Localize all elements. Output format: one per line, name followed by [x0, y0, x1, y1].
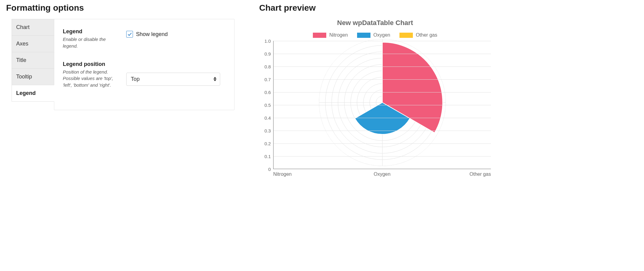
y-tick: 0.7 [264, 77, 271, 82]
legend-enable-row: Legend Enable or disable the legend. Sho… [63, 28, 226, 49]
legend-label: Other gas [416, 32, 437, 38]
tab-legend[interactable]: Legend [12, 85, 54, 102]
show-legend-label: Show legend [136, 31, 168, 38]
legend-label: Oxygen [374, 32, 390, 38]
y-tick: 0.1 [264, 154, 271, 159]
gridline [274, 41, 491, 41]
show-legend-checkbox[interactable]: Show legend [126, 31, 226, 38]
preview-heading: Chart preview [259, 3, 491, 13]
gridline [274, 131, 491, 131]
legend-enable-help: Enable or disable the legend. [63, 36, 118, 49]
checkbox-icon [126, 31, 133, 38]
legend-panel: Legend Enable or disable the legend. Sho… [54, 19, 234, 110]
formatting-heading: Formatting options [6, 3, 235, 13]
y-tick: 0.8 [264, 64, 271, 69]
gridline [274, 54, 491, 54]
options-container: Chart Axes Title Tooltip Legend Legend E… [12, 19, 235, 110]
y-tick: 0 [268, 167, 271, 172]
tab-axes[interactable]: Axes [12, 35, 54, 52]
swatch-icon [313, 33, 326, 38]
y-tick: 0.5 [264, 103, 271, 107]
legend-item-oxygen[interactable]: Oxygen [357, 32, 390, 38]
x-axis-labels: Nitrogen Oxygen Other gas [273, 169, 491, 177]
swatch-icon [399, 33, 413, 38]
legend-enable-label: Legend [63, 28, 118, 35]
y-tick: 0.6 [264, 90, 271, 95]
legend-position-value: Top [126, 73, 220, 86]
y-tick: 0.2 [264, 141, 271, 146]
y-axis: 1.00.90.80.70.60.50.40.30.20.10 [259, 41, 273, 169]
y-tick: 0.9 [264, 52, 271, 56]
gridline [274, 143, 491, 144]
tab-tooltip[interactable]: Tooltip [12, 68, 54, 85]
legend-position-help: Position of the legend. Possible values … [63, 69, 118, 89]
swatch-icon [357, 33, 370, 38]
polar-chart [319, 39, 446, 166]
chart-legend: Nitrogen Oxygen Other gas [259, 32, 491, 38]
gridline [274, 92, 491, 92]
legend-position-row: Legend position Position of the legend. … [63, 61, 226, 89]
chart-title: New wpDataTable Chart [259, 19, 491, 27]
gridline [274, 118, 491, 118]
options-tabs: Chart Axes Title Tooltip Legend [12, 19, 54, 110]
chart-preview: New wpDataTable Chart Nitrogen Oxygen Ot… [259, 19, 491, 177]
select-caret-icon [213, 77, 216, 81]
legend-item-nitrogen[interactable]: Nitrogen [313, 32, 348, 38]
legend-position-select[interactable]: Top [126, 73, 220, 86]
y-tick: 0.3 [264, 128, 271, 133]
tab-chart[interactable]: Chart [12, 19, 54, 36]
legend-label: Nitrogen [329, 32, 348, 38]
legend-position-label: Legend position [63, 61, 118, 67]
x-label-other-gas: Other gas [470, 172, 491, 177]
tab-title[interactable]: Title [12, 52, 54, 69]
gridline [274, 105, 491, 105]
x-label-oxygen: Oxygen [374, 172, 390, 177]
y-tick: 1.0 [264, 39, 271, 43]
plot-area [273, 41, 491, 169]
gridline [274, 67, 491, 67]
y-tick: 0.4 [264, 116, 271, 120]
gridline [274, 156, 491, 157]
chart-body: 1.00.90.80.70.60.50.40.30.20.10 [259, 41, 491, 169]
x-label-nitrogen: Nitrogen [273, 172, 292, 177]
gridline [274, 79, 491, 80]
legend-item-other-gas[interactable]: Other gas [399, 32, 437, 38]
